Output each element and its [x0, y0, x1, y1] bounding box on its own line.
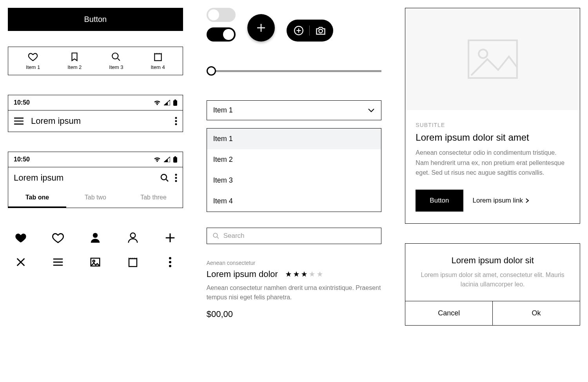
tab-bar: Tab one Tab two Tab three	[8, 188, 183, 208]
more-icon[interactable]	[175, 117, 177, 125]
rating	[285, 271, 323, 278]
slider-handle[interactable]	[207, 66, 216, 76]
nav-item-2[interactable]: Item 2	[67, 52, 82, 70]
svg-rect-7	[174, 156, 176, 157]
card-subtitle: SUBTITLE	[416, 122, 570, 128]
status-bar: 10:50	[8, 152, 183, 167]
heart-outline-icon	[52, 232, 64, 244]
product-desc: Aenean consectetur namhen drerit urna ex…	[207, 283, 382, 302]
app-title: Lorem ipsum	[31, 116, 168, 126]
primary-button[interactable]: Button	[8, 8, 183, 31]
svg-point-0	[113, 53, 118, 59]
search-icon[interactable]	[160, 173, 169, 183]
pill-button[interactable]	[287, 20, 333, 42]
list-item[interactable]: Item 4	[207, 191, 381, 212]
svg-point-6	[175, 123, 177, 125]
search-icon	[111, 52, 121, 62]
card-link[interactable]: Lorem ipsum link	[473, 197, 530, 205]
camera-icon	[315, 25, 326, 36]
search-input[interactable]	[207, 228, 382, 244]
close-icon	[15, 256, 27, 268]
svg-point-25	[479, 49, 487, 58]
star-empty-icon	[309, 271, 316, 278]
star-filled-icon	[301, 271, 308, 278]
svg-point-10	[175, 174, 177, 176]
dialog-title: Lorem ipsum dolor sit	[416, 255, 570, 266]
list-item[interactable]: Item 1	[207, 129, 381, 149]
more-icon[interactable]	[175, 174, 177, 182]
screen-tabs: 10:50 Lorem ipsum Tab one Tab two Tab th…	[8, 152, 183, 208]
menu-icon	[52, 256, 64, 268]
svg-point-18	[169, 257, 171, 259]
dialog: Lorem ipsum dolor sit Lorem ipsum dolor …	[405, 243, 580, 326]
cellular-icon	[164, 100, 170, 105]
ok-button[interactable]: Ok	[492, 301, 580, 325]
toggle-off[interactable]	[207, 8, 236, 22]
battery-icon	[173, 156, 177, 163]
svg-point-11	[175, 177, 177, 179]
chevron-down-icon	[368, 108, 375, 113]
bottom-nav: Item 1 Item 2 Item 3 Item 4	[8, 47, 183, 75]
icon-palette	[8, 232, 183, 268]
heart-filled-icon	[15, 232, 27, 244]
nav-item-4[interactable]: Item 4	[151, 52, 165, 70]
app-bar: Lorem ipsum	[8, 167, 183, 188]
nav-item-1[interactable]: Item 1	[26, 52, 40, 70]
product-title: Lorem ipsum dolor	[207, 269, 278, 279]
toggle-on[interactable]	[207, 27, 236, 42]
nav-label: Item 4	[151, 64, 165, 70]
nav-label: Item 2	[67, 64, 82, 70]
wifi-icon	[154, 100, 161, 105]
status-bar: 10:50	[8, 95, 183, 110]
search-field[interactable]	[223, 232, 376, 240]
cellular-icon	[164, 157, 170, 162]
product-card: Aenean consectetur Lorem ipsum dolor Aen…	[207, 260, 382, 319]
nav-label: Item 1	[26, 64, 40, 70]
star-filled-icon	[285, 271, 292, 278]
dropdown[interactable]: Item 1	[207, 100, 382, 120]
product-price: $00,00	[207, 309, 382, 319]
bookmark-icon	[69, 52, 80, 62]
list-item[interactable]: Item 2	[207, 149, 381, 170]
plus-circle-icon	[294, 25, 304, 36]
card-title: Lorem ipsum dolor sit amet	[416, 132, 570, 143]
svg-point-16	[93, 260, 95, 262]
heart-icon	[28, 52, 38, 62]
svg-rect-17	[129, 259, 137, 266]
status-time: 10:50	[14, 156, 30, 163]
listbox: Item 1 Item 2 Item 3 Item 4	[207, 128, 382, 212]
tab-two[interactable]: Tab two	[66, 188, 124, 208]
star-empty-icon	[316, 271, 323, 278]
star-filled-icon	[293, 271, 300, 278]
svg-point-14	[130, 233, 135, 238]
svg-rect-1	[154, 54, 161, 60]
cancel-button[interactable]: Cancel	[405, 301, 492, 325]
card-desc: Aenean consectetur odio in condimentum t…	[416, 148, 570, 178]
more-icon	[164, 256, 176, 268]
tab-three[interactable]: Tab three	[124, 188, 182, 208]
slider[interactable]	[207, 65, 382, 77]
svg-point-19	[169, 261, 171, 263]
content-card: SUBTITLE Lorem ipsum dolor sit amet Aene…	[405, 8, 580, 224]
user-filled-icon	[89, 232, 102, 244]
svg-point-4	[175, 117, 177, 119]
svg-rect-2	[174, 100, 176, 100]
fab-add[interactable]	[247, 14, 275, 42]
nav-item-3[interactable]: Item 3	[109, 52, 123, 70]
card-image-placeholder	[405, 8, 580, 110]
nav-label: Item 3	[109, 64, 123, 70]
image-icon	[89, 256, 102, 268]
app-title: Lorem ipsum	[14, 173, 153, 183]
dialog-desc: Lorem ipsum dolor sit amet, consectetur …	[416, 270, 570, 289]
menu-icon[interactable]	[14, 117, 24, 125]
svg-point-5	[175, 120, 177, 122]
screen-basic: 10:50 Lorem ipsum	[8, 95, 183, 132]
calendar-icon	[127, 256, 139, 268]
breadcrumb: Aenean consectetur	[207, 260, 382, 266]
list-item[interactable]: Item 3	[207, 170, 381, 191]
tab-one[interactable]: Tab one	[8, 188, 66, 208]
user-outline-icon	[127, 232, 139, 244]
svg-rect-3	[173, 100, 177, 106]
chevron-right-icon	[525, 198, 529, 203]
card-button[interactable]: Button	[416, 190, 463, 212]
